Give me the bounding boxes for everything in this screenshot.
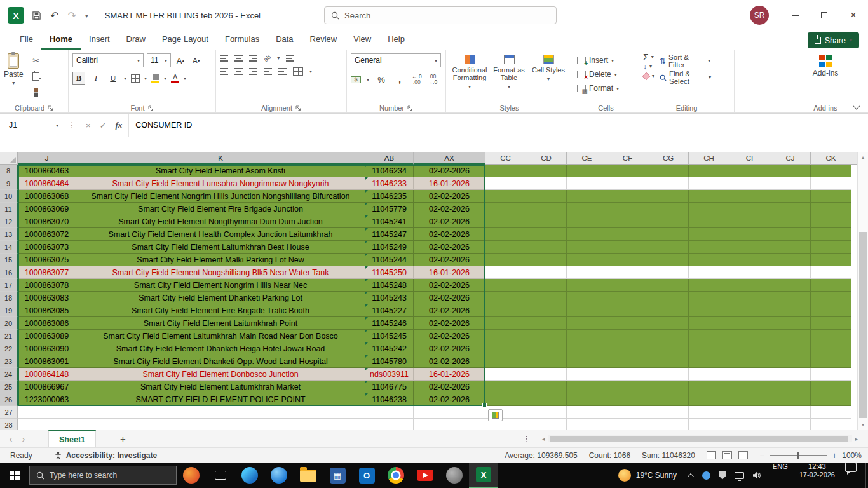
cell-empty[interactable]	[689, 215, 729, 228]
cell-empty[interactable]	[770, 393, 811, 406]
cancel-icon[interactable]: ×	[86, 121, 91, 130]
cell-empty[interactable]	[526, 368, 567, 381]
cell-meter-id[interactable]: 11045248	[365, 279, 414, 292]
cell-empty[interactable]	[485, 165, 526, 177]
add-sheet-button[interactable]: +	[120, 433, 126, 444]
cell-empty[interactable]	[607, 215, 648, 228]
cell-empty[interactable]	[689, 177, 729, 190]
tab-help[interactable]: Help	[379, 30, 413, 50]
cell-site-name[interactable]: Smart City Feld Element Donbosco Junctio…	[76, 368, 365, 381]
cell-empty[interactable]	[607, 368, 648, 381]
decrease-font-button[interactable]: A▾	[190, 54, 203, 67]
cell-meter-id[interactable]: 11045250	[365, 266, 414, 279]
cell-empty[interactable]	[729, 406, 770, 419]
percent-style-button[interactable]: %	[375, 73, 388, 86]
scroll-left-icon[interactable]: ◂	[539, 436, 548, 442]
cell-empty[interactable]	[729, 165, 770, 177]
cell-empty[interactable]	[811, 381, 851, 393]
cell-empty[interactable]	[648, 203, 689, 215]
row-header-27[interactable]: 27	[0, 406, 18, 419]
cell-site-name[interactable]	[76, 419, 365, 430]
cell-empty[interactable]	[648, 304, 689, 317]
cell-billing-date[interactable]: 16-01-2026	[414, 368, 485, 381]
align-middle-icon[interactable]	[234, 55, 243, 62]
cell-empty[interactable]	[526, 317, 567, 330]
cell-site-name[interactable]: Smart City Field Element Nongshilliang B…	[76, 266, 365, 279]
cell-meter-id[interactable]: 11046233	[365, 177, 414, 190]
cell-empty[interactable]	[811, 368, 851, 381]
delete-cells-button[interactable]: × Delete ▾	[577, 67, 635, 81]
cell-site-name[interactable]: Smart City Field Element Fire Brigade Ju…	[76, 203, 365, 215]
cell-empty[interactable]	[567, 228, 607, 241]
cell-empty[interactable]	[526, 215, 567, 228]
cell-empty[interactable]	[485, 266, 526, 279]
cell-empty[interactable]	[811, 165, 851, 177]
autosum-button[interactable]: Σ▾	[643, 53, 654, 61]
tab-data[interactable]: Data	[268, 30, 301, 50]
tab-home[interactable]: Home	[41, 30, 81, 50]
cell-empty[interactable]	[567, 203, 607, 215]
cell-consumer-id[interactable]: 1000860463	[18, 165, 76, 177]
cell-empty[interactable]	[648, 279, 689, 292]
cell-empty[interactable]	[770, 254, 811, 266]
cell-empty[interactable]	[485, 317, 526, 330]
cell-empty[interactable]	[526, 228, 567, 241]
clear-button[interactable]: ▾	[643, 72, 654, 80]
cell-site-name[interactable]: Smart City Field Element Asom Kristi	[76, 165, 365, 177]
cell-empty[interactable]	[607, 342, 648, 355]
vertical-scroll-thumb[interactable]	[859, 232, 867, 418]
row-header-28[interactable]: 28	[0, 419, 18, 430]
cell-billing-date[interactable]: 02-02-2026	[414, 190, 485, 203]
cell-site-name[interactable]: Smart City Field Element Health Complex …	[76, 228, 365, 241]
row-header-21[interactable]: 21	[0, 330, 18, 342]
row-header-11[interactable]: 11	[0, 203, 18, 215]
cell-empty[interactable]	[648, 215, 689, 228]
cell-consumer-id[interactable]: 1000863085	[18, 304, 76, 317]
cell-consumer-id[interactable]: 1000863077	[18, 266, 76, 279]
scroll-right-icon[interactable]: ▸	[852, 436, 860, 442]
maximize-button[interactable]	[810, 0, 839, 30]
row-header-20[interactable]: 20	[0, 317, 18, 330]
security-shield-icon[interactable]	[719, 471, 726, 480]
cell-empty[interactable]	[770, 266, 811, 279]
cell-consumer-id[interactable]	[18, 419, 76, 430]
column-header-K[interactable]: K	[76, 152, 365, 165]
cell-empty[interactable]	[811, 304, 851, 317]
tabbar-resize-handle[interactable]: ⋮	[522, 434, 531, 444]
font-color-button[interactable]: A	[171, 74, 179, 83]
cell-empty[interactable]	[689, 342, 729, 355]
cell-empty[interactable]	[648, 368, 689, 381]
cell-empty[interactable]	[485, 342, 526, 355]
tab-file[interactable]: File	[11, 30, 41, 50]
qat-customize-icon[interactable]: ▾	[85, 12, 88, 19]
cell-empty[interactable]	[485, 393, 526, 406]
cell-empty[interactable]	[770, 177, 811, 190]
formula-input[interactable]: CONSUMER ID	[128, 114, 868, 137]
cell-empty[interactable]	[770, 406, 811, 419]
cell-empty[interactable]	[607, 419, 648, 430]
format-cells-button[interactable]: ▦ Format ▾	[577, 81, 635, 95]
column-header-CF[interactable]: CF	[607, 152, 648, 165]
dialog-launcher-icon[interactable]	[295, 105, 301, 111]
cell-site-name[interactable]: Smart City Field Element Laitumkhrah Poi…	[76, 317, 365, 330]
column-header-CJ[interactable]: CJ	[770, 152, 811, 165]
cell-meter-id[interactable]: 11046238	[365, 393, 414, 406]
column-header-J[interactable]: J	[18, 152, 76, 165]
language-indicator[interactable]: ENG	[768, 463, 793, 488]
dialog-launcher-icon[interactable]	[407, 105, 413, 111]
cell-meter-id[interactable]: 11045227	[365, 304, 414, 317]
cell-empty[interactable]	[770, 368, 811, 381]
cell-empty[interactable]	[485, 304, 526, 317]
align-left-icon[interactable]	[220, 68, 228, 75]
cell-empty[interactable]	[567, 419, 607, 430]
cell-empty[interactable]	[485, 330, 526, 342]
name-box[interactable]: J1 ▾	[0, 114, 64, 137]
network-icon[interactable]	[735, 472, 744, 479]
cell-consumer-id[interactable]: 1000863068	[18, 190, 76, 203]
tab-review[interactable]: Review	[302, 30, 346, 50]
cell-consumer-id[interactable]: 1000860464	[18, 177, 76, 190]
chevron-down-icon[interactable]: ▾	[124, 76, 126, 81]
row-header-18[interactable]: 18	[0, 292, 18, 304]
cell-empty[interactable]	[689, 381, 729, 393]
cell-empty[interactable]	[689, 279, 729, 292]
